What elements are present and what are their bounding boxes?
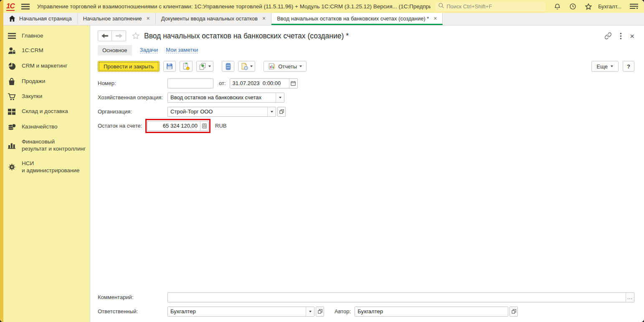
comment-label: Комментарий: — [98, 294, 167, 300]
organization-open-button[interactable] — [277, 107, 286, 117]
sidebar-item-nsi-admin[interactable]: НСИи администрирование — [0, 156, 90, 178]
sidebar-item-label: Финансовыйрезультат и контроллинг — [22, 138, 86, 153]
reports-icon — [268, 63, 276, 70]
create-based-on-button[interactable] — [196, 61, 213, 72]
floppy-icon — [166, 63, 173, 70]
operation-row: Хозяйственная операция: — [98, 92, 634, 103]
tab-close-icon[interactable]: × — [147, 15, 150, 21]
sidebar-item-financial-result[interactable]: Финансовыйрезультат и контроллинг — [0, 135, 90, 156]
main-menu-icon[interactable] — [21, 4, 30, 10]
calendar-icon[interactable] — [289, 79, 297, 88]
sidebar-item-main[interactable]: Главное — [0, 29, 90, 43]
sidebar-item-purchases[interactable]: Закупки — [0, 89, 90, 104]
back-button[interactable] — [98, 30, 112, 41]
balance-row: Остаток на счете: RUB — [98, 121, 634, 131]
form-toolbar: Провести и закрыть Отчеты — [98, 60, 634, 72]
person-lock-icon — [7, 47, 16, 55]
favorite-star-icon[interactable] — [132, 32, 140, 40]
operation-select[interactable] — [168, 93, 276, 102]
close-form-icon[interactable]: × — [630, 32, 634, 40]
sidebar-item-label: CRM и маркетинг — [22, 63, 67, 70]
more-kebab-icon[interactable] — [620, 33, 622, 40]
balance-label: Остаток на счете: — [98, 123, 147, 129]
sidebar-item-label: Закупки — [22, 93, 42, 100]
subnav-tasks[interactable]: Задачи — [140, 47, 158, 54]
comment-row: Комментарий: ... — [98, 292, 634, 302]
tab-close-icon[interactable]: × — [434, 15, 437, 21]
tab-initial-filling[interactable]: Начальное заполнение × — [78, 13, 156, 25]
global-search[interactable] — [436, 2, 545, 11]
dropdown-caret-icon — [611, 65, 613, 67]
comment-expand-button[interactable]: ... — [626, 293, 634, 302]
bar-chart-icon — [7, 142, 16, 149]
sidebar-item-label: НСИи администрирование — [22, 160, 80, 174]
titlebar: 1С Управление торговлей и взаимоотношени… — [0, 0, 644, 13]
document-clock-icon — [241, 63, 248, 70]
dropdown-caret-icon — [279, 97, 281, 98]
reports-button[interactable]: Отчеты — [264, 61, 307, 72]
bag-icon — [7, 78, 16, 86]
reports-label: Отчеты — [278, 63, 297, 70]
more-actions-button[interactable]: Еще — [591, 61, 619, 72]
organization-dropdown-button[interactable] — [267, 107, 276, 116]
operation-dropdown-button[interactable] — [276, 93, 284, 102]
tab-label: Документы ввода начальных остатков — [161, 15, 258, 22]
more-label: Еще — [597, 63, 608, 70]
service-menu-icon[interactable] — [630, 3, 638, 10]
document-schedule-button[interactable] — [238, 61, 255, 72]
sidebar-item-treasury[interactable]: Казначейство — [0, 119, 90, 135]
menu-icon — [7, 33, 16, 39]
responsible-label: Ответственный: — [98, 308, 167, 314]
author-open-button[interactable] — [510, 307, 518, 317]
favorites-star-icon[interactable] — [585, 3, 592, 10]
tab-label: Ввод начальных остатков на банковских сч… — [277, 15, 429, 22]
sidebar-item-label: Склад и доставка — [22, 108, 68, 115]
history-icon[interactable] — [569, 3, 576, 10]
post-document-button[interactable] — [180, 61, 193, 72]
help-button[interactable]: ? — [623, 61, 634, 72]
register-records-button[interactable] — [222, 61, 234, 72]
organization-label: Организация: — [98, 108, 167, 115]
tab-bank-balances-entry[interactable]: Ввод начальных остатков на банковских сч… — [271, 13, 443, 25]
notifications-bell-icon[interactable] — [554, 3, 561, 10]
save-button[interactable] — [163, 61, 176, 72]
current-user[interactable]: Бухгалт... — [598, 3, 621, 10]
post-document-icon — [182, 63, 190, 70]
calculator-icon[interactable] — [200, 121, 208, 131]
sidebar-item-crm-marketing[interactable]: CRM и маркетинг — [0, 58, 90, 74]
post-and-close-button[interactable]: Провести и закрыть — [98, 61, 160, 72]
organization-row: Организация: — [98, 106, 634, 117]
document-form: Ввод начальных остатков на банковских сч… — [91, 25, 644, 322]
balance-amount-input[interactable] — [147, 121, 200, 131]
open-form-icon — [318, 309, 322, 314]
responsible-open-button[interactable] — [316, 307, 324, 317]
organization-select[interactable] — [168, 107, 267, 116]
number-input[interactable] — [168, 79, 213, 88]
tab-label: Начальная страница — [19, 15, 72, 22]
get-link-icon[interactable] — [604, 32, 612, 40]
forward-button[interactable] — [112, 30, 126, 41]
app-window: 1С Управление торговлей и взаимоотношени… — [0, 0, 644, 322]
sidebar-item-warehouse[interactable]: Склад и доставка — [0, 104, 90, 119]
tab-opening-balance-docs[interactable]: Документы ввода начальных остатков × — [156, 13, 271, 25]
sidebar-item-label: Продажи — [22, 78, 45, 85]
register-icon — [225, 63, 231, 70]
sidebar-item-1c-crm[interactable]: 1С:CRM — [0, 43, 90, 58]
cart-icon — [7, 93, 16, 101]
date-input[interactable] — [230, 79, 289, 88]
open-form-icon — [279, 109, 284, 114]
subnav-main[interactable]: Основное — [98, 45, 132, 55]
responsible-select[interactable] — [168, 307, 306, 316]
subnav-notes[interactable]: Мои заметки — [166, 47, 198, 54]
comment-input[interactable] — [168, 293, 626, 302]
responsible-dropdown-button[interactable] — [306, 307, 314, 316]
responsible-row: Ответственный: Автор: — [98, 306, 634, 317]
tab-close-icon[interactable]: × — [262, 15, 266, 21]
author-input[interactable] — [355, 307, 508, 316]
search-input[interactable] — [446, 3, 543, 10]
number-label: Номер: — [98, 80, 167, 86]
sidebar-item-sales[interactable]: Продажи — [0, 74, 90, 89]
tab-home[interactable]: Начальная страница — [3, 13, 78, 25]
copy-arrow-icon — [199, 63, 207, 70]
page-title: Ввод начальных остатков на банковских сч… — [144, 32, 349, 40]
